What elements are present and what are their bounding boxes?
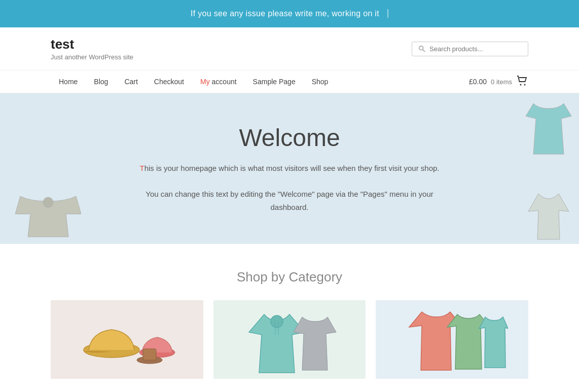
category-card-tshirts[interactable]: [376, 300, 528, 379]
nav-item-home[interactable]: Home: [51, 70, 86, 93]
cart-area[interactable]: £0.00 0 items: [469, 75, 528, 89]
category-card-hoodies[interactable]: [213, 300, 366, 379]
nav-menu: Home Blog Cart Checkout My account Sampl…: [51, 70, 336, 93]
category-grid: [51, 300, 528, 379]
svg-point-0: [419, 46, 423, 50]
hoodies-illustration: [213, 300, 366, 379]
hero-text-line1: This is your homepage which is what most…: [137, 162, 442, 175]
cart-count: 0 items: [491, 78, 512, 86]
svg-point-3: [524, 84, 526, 85]
deco-hoodie-bl: [15, 186, 81, 244]
nav-item-myaccount[interactable]: My account: [192, 70, 245, 93]
site-branding: test Just another WordPress site: [51, 37, 133, 61]
site-title-link[interactable]: test: [51, 37, 133, 52]
svg-point-2: [520, 84, 522, 85]
deco-shirt-tr: [523, 98, 574, 161]
category-card-hats[interactable]: [51, 300, 203, 379]
svg-point-9: [271, 315, 283, 328]
banner-text: If you see any issue please write me, wo…: [191, 9, 388, 18]
main-nav: Home Blog Cart Checkout My account Sampl…: [0, 70, 579, 93]
category-section-title: Shop by Category: [51, 269, 528, 285]
hero-content: Welcome This is your homepage which is w…: [137, 124, 442, 213]
hero-text-line2: You can change this text by editing the …: [137, 188, 442, 213]
deco-vest-br: [523, 191, 574, 244]
site-tagline: Just another WordPress site: [51, 53, 133, 61]
hero-description: This is your homepage which is what most…: [137, 162, 442, 213]
search-input[interactable]: [429, 45, 522, 53]
hero-section: Welcome This is your homepage which is w…: [0, 93, 579, 244]
cart-icon[interactable]: [516, 75, 528, 89]
search-icon: [418, 45, 425, 52]
cart-price: £0.00: [469, 78, 487, 86]
nav-item-shop[interactable]: Shop: [304, 70, 337, 93]
nav-item-samplepage[interactable]: Sample Page: [245, 70, 304, 93]
category-section: Shop by Category: [0, 244, 579, 392]
nav-item-checkout[interactable]: Checkout: [146, 70, 192, 93]
svg-point-4: [43, 197, 53, 207]
tshirts-illustration: [376, 300, 528, 379]
hats-illustration: [51, 300, 203, 379]
hero-title: Welcome: [137, 124, 442, 152]
site-header: test Just another WordPress site: [0, 27, 579, 70]
nav-item-cart[interactable]: Cart: [116, 70, 146, 93]
svg-rect-8: [143, 349, 156, 360]
top-banner: If you see any issue please write me, wo…: [0, 0, 579, 27]
nav-item-blog[interactable]: Blog: [86, 70, 116, 93]
search-form: [412, 42, 528, 56]
svg-line-1: [423, 50, 425, 52]
